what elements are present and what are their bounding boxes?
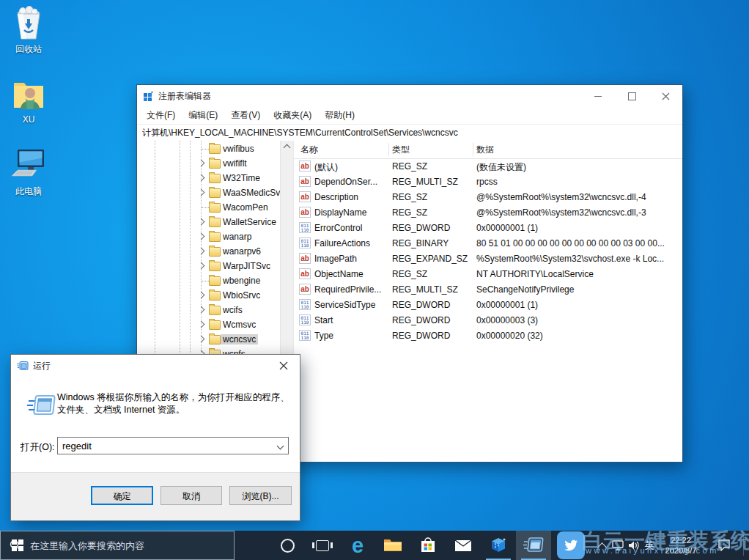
chevron-right-icon[interactable] <box>198 321 205 328</box>
registry-values-pane[interactable]: 名称 类型 数据 ab(默认)REG_SZ(数值未设置) abDependOnS… <box>293 141 682 462</box>
tree-item[interactable]: Wcmsvc <box>137 317 280 332</box>
start-button[interactable] <box>0 531 35 560</box>
reg-binary-icon: 011110 <box>299 222 311 233</box>
task-view-button[interactable] <box>305 531 340 560</box>
menu-edit[interactable]: 编辑(E) <box>182 109 224 122</box>
tray-display-button[interactable] <box>610 531 626 560</box>
action-center-button[interactable] <box>708 531 740 560</box>
chevron-right-icon[interactable] <box>198 292 205 299</box>
cancel-button[interactable]: 取消 <box>160 486 222 505</box>
table-row[interactable]: 011110ErrorControlREG_DWORD0x00000001 (1… <box>294 221 682 236</box>
search-input[interactable] <box>29 539 215 552</box>
column-header-data[interactable]: 数据 <box>476 144 494 156</box>
run-titlebar[interactable]: 运行 <box>11 355 300 377</box>
taskbar-clock[interactable]: 22:22 2020/8/7 <box>657 535 705 556</box>
tree-item[interactable]: vwifibus <box>137 141 280 156</box>
table-row[interactable]: abDependOnSer...REG_MULTI_SZrpcss <box>294 174 682 190</box>
chevron-right-icon[interactable] <box>198 336 205 343</box>
tree-item[interactable]: WarpJITSvc <box>137 259 280 273</box>
table-row[interactable]: abRequiredPrivile...REG_MULTI_SZSeChange… <box>294 282 682 298</box>
tray-show-hidden-icons-button[interactable] <box>594 531 610 560</box>
table-row[interactable]: abObjectNameREG_SZNT AUTHORITY\LocalServ… <box>294 267 682 282</box>
reg-binary-icon: 011110 <box>299 330 311 341</box>
tree-item[interactable]: WalletService <box>137 215 280 229</box>
ime-indicator[interactable]: 英 <box>642 531 657 560</box>
chevron-right-icon[interactable] <box>198 174 205 182</box>
table-row[interactable]: 011110FailureActionsREG_BINARY80 51 01 0… <box>294 236 682 251</box>
show-desktop-separator[interactable] <box>743 535 744 556</box>
tree-item[interactable]: WaaSMedicSvc <box>137 185 280 200</box>
tree-item[interactable]: wanarp <box>137 229 280 244</box>
tree-item[interactable]: W32Time <box>137 171 280 185</box>
close-button[interactable] <box>649 85 682 107</box>
tray-volume-button[interactable] <box>626 531 642 560</box>
minimize-button[interactable] <box>581 85 615 107</box>
task-view-icon <box>316 540 329 551</box>
store-taskbar-button[interactable] <box>410 531 446 560</box>
menu-help[interactable]: 帮助(H) <box>318 109 361 122</box>
folder-icon <box>209 276 221 286</box>
run-command-input[interactable] <box>58 438 275 454</box>
tree-item[interactable]: wbengine <box>137 273 280 288</box>
close-button[interactable] <box>268 355 300 377</box>
table-row[interactable]: ab(默认)REG_SZ(数值未设置) <box>294 159 682 174</box>
tree-rows: vwifibus vwififlt W32Time WaaSMedicSvc W… <box>137 141 280 361</box>
table-row[interactable]: abDescriptionREG_SZ@%SystemRoot%\system3… <box>294 190 682 205</box>
table-row[interactable]: 011110ServiceSidTypeREG_DWORD0x00000001 … <box>294 298 682 313</box>
values-header: 名称 类型 数据 <box>294 141 682 159</box>
desktop-icon-user-folder[interactable]: XU <box>0 77 57 125</box>
edge-taskbar-button[interactable]: e <box>340 531 375 560</box>
mail-icon <box>454 539 472 552</box>
cortana-icon <box>281 539 295 553</box>
chevron-right-icon[interactable] <box>198 306 205 314</box>
column-header-type[interactable]: 类型 <box>392 144 410 156</box>
desktop-icon-recycle-bin[interactable]: 回收站 <box>0 6 57 56</box>
column-header-name[interactable]: 名称 <box>300 144 318 156</box>
chevron-right-icon[interactable] <box>198 160 205 167</box>
tree-item[interactable]: vwififlt <box>137 156 280 171</box>
regedit-taskbar-button[interactable] <box>481 531 516 560</box>
column-separator[interactable] <box>388 143 389 156</box>
display-icon <box>612 540 624 550</box>
scrollbar-up-button[interactable] <box>281 141 293 153</box>
table-row[interactable]: 011110TypeREG_DWORD0x00000020 (32) <box>294 328 682 344</box>
run-taskbar-button[interactable] <box>516 531 551 560</box>
address-input[interactable] <box>137 128 682 138</box>
menu-favorites[interactable]: 收藏夹(A) <box>267 109 318 122</box>
chevron-right-icon[interactable] <box>198 233 205 240</box>
tree-item[interactable]: wcifs <box>137 303 280 317</box>
taskbar-search-box[interactable] <box>0 531 235 560</box>
tree-item-selected[interactable]: wcncsvc <box>137 332 280 347</box>
tree-item[interactable]: wanarpv6 <box>137 244 280 259</box>
regedit-titlebar[interactable]: 注册表编辑器 <box>137 85 682 107</box>
table-row[interactable]: abDisplayNameREG_SZ@%SystemRoot%\system3… <box>294 205 682 221</box>
maximize-button[interactable] <box>615 85 649 107</box>
file-explorer-taskbar-button[interactable] <box>375 531 410 560</box>
browse-button[interactable]: 浏览(B)... <box>229 486 292 505</box>
mail-taskbar-button[interactable] <box>446 531 481 560</box>
tree-item[interactable]: WbioSrvc <box>137 288 280 303</box>
menu-view[interactable]: 查看(V) <box>224 109 267 122</box>
ok-button[interactable]: 确定 <box>91 486 153 505</box>
twitter-taskbar-button[interactable] <box>551 531 591 560</box>
desktop-icon-this-pc[interactable]: 此电脑 <box>0 147 57 198</box>
clock-time: 22:22 <box>657 535 705 545</box>
chevron-right-icon[interactable] <box>198 248 205 255</box>
chevron-right-icon[interactable] <box>198 189 205 196</box>
folder-icon <box>209 335 221 345</box>
folder-icon <box>209 247 221 257</box>
run-command-combobox[interactable] <box>57 437 289 454</box>
tree-item[interactable]: WacomPen <box>137 200 280 215</box>
column-separator[interactable] <box>473 143 473 156</box>
chevron-right-icon[interactable] <box>198 218 205 226</box>
desktop-icon-label: XU <box>0 114 57 125</box>
cortana-button[interactable] <box>270 531 305 560</box>
menu-file[interactable]: 文件(F) <box>140 109 182 122</box>
chevron-down-icon[interactable] <box>277 443 284 450</box>
speaker-icon <box>628 540 640 550</box>
chevron-right-icon[interactable] <box>198 262 205 270</box>
table-row[interactable]: 011110StartREG_DWORD0x00000003 (3) <box>294 313 682 328</box>
run-dialog: 运行 Windows 将根据你所输入的名称，为你打开相应的程序、 文件夹、文档或… <box>10 354 300 521</box>
file-explorer-icon <box>383 538 402 553</box>
table-row[interactable]: abImagePathREG_EXPAND_SZ%SystemRoot%\Sys… <box>294 251 682 267</box>
